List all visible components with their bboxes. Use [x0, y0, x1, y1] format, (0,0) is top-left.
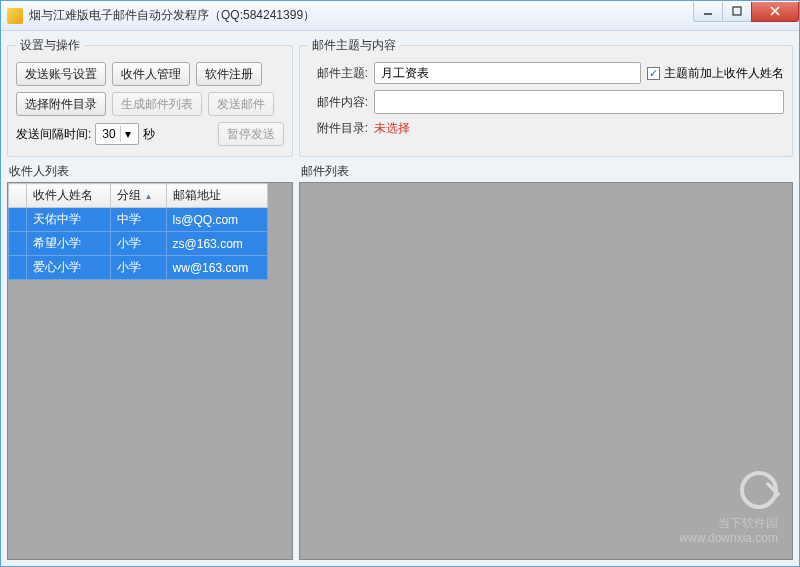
maillist-column: 邮件列表 当下软件园 www.downxia.com — [299, 161, 793, 560]
col-group[interactable]: 分组 — [110, 184, 166, 208]
subject-legend: 邮件主题与内容 — [308, 37, 400, 54]
top-row: 设置与操作 发送账号设置 收件人管理 软件注册 选择附件目录 生成邮件列表 发送… — [7, 37, 793, 157]
interval-unit: 秒 — [143, 126, 155, 143]
row-selector[interactable] — [9, 256, 27, 280]
cell-name: 爱心小学 — [27, 256, 111, 280]
watermark: 当下软件园 www.downxia.com — [679, 471, 778, 547]
col-email[interactable]: 邮箱地址 — [166, 184, 267, 208]
prefix-name-label: 主题前加上收件人姓名 — [664, 65, 784, 82]
watermark-logo-icon — [740, 471, 778, 509]
subject-input[interactable]: 月工资表 — [374, 62, 641, 84]
cell-group: 小学 — [110, 232, 166, 256]
recipient-mgmt-button[interactable]: 收件人管理 — [112, 62, 190, 86]
minimize-button[interactable] — [693, 2, 723, 22]
svg-rect-1 — [733, 7, 741, 15]
chevron-down-icon: ▾ — [120, 126, 136, 142]
watermark-line2: www.downxia.com — [679, 531, 778, 547]
bottom-row: 收件人列表 收件人姓名 分组 邮箱地址 — [7, 161, 793, 560]
recipients-table[interactable]: 收件人姓名 分组 邮箱地址 天佑中学 中学 ls@QQ.com — [8, 183, 268, 280]
maillist-panel-label: 邮件列表 — [301, 163, 793, 180]
col-name[interactable]: 收件人姓名 — [27, 184, 111, 208]
cell-group: 小学 — [110, 256, 166, 280]
title-bar: 烟与江难版电子邮件自动分发程序（QQ:584241399） — [1, 1, 799, 31]
checkbox-icon — [647, 67, 660, 80]
app-icon — [7, 8, 23, 24]
table-row[interactable]: 希望小学 小学 zs@163.com — [9, 232, 268, 256]
prefix-name-checkbox[interactable]: 主题前加上收件人姓名 — [647, 65, 784, 82]
cell-group: 中学 — [110, 208, 166, 232]
recipients-column: 收件人列表 收件人姓名 分组 邮箱地址 — [7, 161, 293, 560]
subject-label: 邮件主题: — [308, 65, 368, 82]
window-title: 烟与江难版电子邮件自动分发程序（QQ:584241399） — [29, 7, 694, 24]
attachment-dir-value: 未选择 — [374, 120, 410, 137]
recipients-panel: 收件人姓名 分组 邮箱地址 天佑中学 中学 ls@QQ.com — [7, 182, 293, 560]
row-header-blank — [9, 184, 27, 208]
maximize-button[interactable] — [722, 2, 752, 22]
body-input[interactable] — [374, 90, 784, 114]
generate-mail-list-button[interactable]: 生成邮件列表 — [112, 92, 202, 116]
maillist-panel: 当下软件园 www.downxia.com — [299, 182, 793, 560]
settings-legend: 设置与操作 — [16, 37, 84, 54]
interval-value: 30 — [102, 127, 115, 141]
table-row[interactable]: 天佑中学 中学 ls@QQ.com — [9, 208, 268, 232]
interval-label: 发送间隔时间: — [16, 126, 91, 143]
table-row[interactable]: 爱心小学 小学 ww@163.com — [9, 256, 268, 280]
table-header-row: 收件人姓名 分组 邮箱地址 — [9, 184, 268, 208]
settings-group: 设置与操作 发送账号设置 收件人管理 软件注册 选择附件目录 生成邮件列表 发送… — [7, 37, 293, 157]
row-selector[interactable] — [9, 208, 27, 232]
row-selector[interactable] — [9, 232, 27, 256]
pause-send-button[interactable]: 暂停发送 — [218, 122, 284, 146]
client-area: 设置与操作 发送账号设置 收件人管理 软件注册 选择附件目录 生成邮件列表 发送… — [1, 31, 799, 566]
choose-attachment-dir-button[interactable]: 选择附件目录 — [16, 92, 106, 116]
subject-group: 邮件主题与内容 邮件主题: 月工资表 主题前加上收件人姓名 邮件内容: 附件目录… — [299, 37, 793, 157]
body-label: 邮件内容: — [308, 94, 368, 111]
app-window: 烟与江难版电子邮件自动分发程序（QQ:584241399） 设置与操作 发送账号… — [0, 0, 800, 567]
cell-name: 天佑中学 — [27, 208, 111, 232]
window-controls — [694, 2, 799, 22]
cell-email: ww@163.com — [166, 256, 267, 280]
subject-input-text: 月工资表 — [381, 65, 429, 82]
close-button[interactable] — [751, 2, 799, 22]
recipients-panel-label: 收件人列表 — [9, 163, 293, 180]
account-settings-button[interactable]: 发送账号设置 — [16, 62, 106, 86]
send-mail-button[interactable]: 发送邮件 — [208, 92, 274, 116]
interval-select[interactable]: 30 ▾ — [95, 123, 138, 145]
register-button[interactable]: 软件注册 — [196, 62, 262, 86]
attachment-dir-label: 附件目录: — [308, 120, 368, 137]
cell-email: zs@163.com — [166, 232, 267, 256]
cell-email: ls@QQ.com — [166, 208, 267, 232]
cell-name: 希望小学 — [27, 232, 111, 256]
watermark-line1: 当下软件园 — [679, 516, 778, 532]
